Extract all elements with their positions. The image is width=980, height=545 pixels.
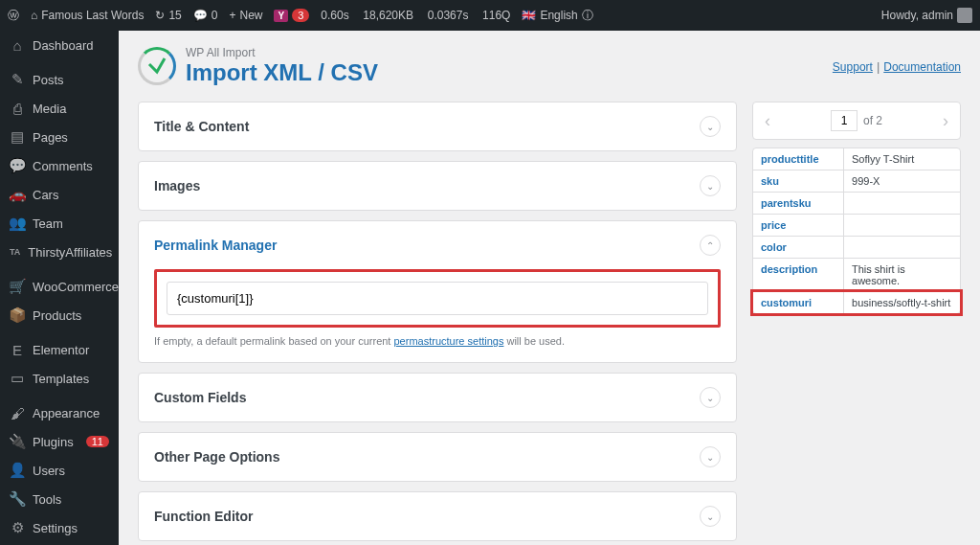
- menu-icon: ▤: [10, 129, 25, 145]
- count-badge: 11: [86, 436, 109, 447]
- panel-images[interactable]: Images⌄: [138, 161, 737, 211]
- panel-permalink-header[interactable]: Permalink Manager⌃: [139, 221, 736, 269]
- menu-icon: ⌂: [10, 37, 25, 53]
- permalink-input[interactable]: [167, 282, 708, 315]
- sidebar-item-products[interactable]: 📦Products: [0, 301, 119, 329]
- sidebar-item-thirstyaffiliates[interactable]: TAThirstyAffiliates: [0, 238, 119, 266]
- record-key: parentsku: [753, 193, 844, 214]
- sidebar-item-settings[interactable]: ⚙Settings: [0, 513, 119, 542]
- sidebar-item-pages[interactable]: ▤Pages: [0, 123, 119, 151]
- menu-icon: ⎙: [10, 101, 25, 116]
- chevron-down-icon: ⌄: [700, 175, 721, 196]
- pager-total: of 2: [863, 114, 882, 127]
- admin-sidebar: ⌂Dashboard✎Posts⎙Media▤Pages💬Comments🚗Ca…: [0, 31, 119, 545]
- menu-icon: 👤: [10, 463, 25, 478]
- record-preview-table: producttitleSoflyy T-Shirtsku999-Xparent…: [752, 148, 961, 314]
- permastructure-link[interactable]: permastructure settings: [393, 335, 503, 347]
- record-row-color[interactable]: color: [753, 237, 960, 259]
- menu-icon: ⚙: [10, 520, 25, 535]
- sidebar-item-elementor[interactable]: EElementor: [0, 335, 119, 364]
- sidebar-item-plugins[interactable]: 🔌Plugins11: [0, 427, 119, 456]
- chevron-down-icon: ⌄: [700, 506, 721, 527]
- pager-prev[interactable]: ‹: [761, 111, 774, 131]
- new-link[interactable]: + New: [229, 9, 262, 22]
- record-value: Soflyy T-Shirt: [844, 148, 960, 170]
- record-value: business/softly-t-shirt: [844, 292, 960, 313]
- record-value: [844, 215, 960, 236]
- record-value: [844, 193, 960, 214]
- sidebar-item-appearance[interactable]: 🖌Appearance: [0, 398, 119, 427]
- sidebar-item-cars[interactable]: 🚗Cars: [0, 180, 119, 209]
- sidebar-item-media[interactable]: ⎙Media: [0, 94, 119, 123]
- record-row-producttitle[interactable]: producttitleSoflyy T-Shirt: [753, 148, 960, 170]
- admin-bar: ⓦ ⌂ Famous Last Words ↻ 15 💬 0 + New Y 3…: [0, 0, 980, 31]
- record-row-sku[interactable]: sku999-X: [753, 170, 960, 193]
- comments-link[interactable]: 💬 0: [193, 9, 218, 22]
- record-value: 999-X: [844, 170, 960, 192]
- menu-icon: 🖌: [10, 405, 25, 420]
- sidebar-item-tools[interactable]: 🔧Tools: [0, 485, 119, 513]
- record-key: price: [753, 215, 844, 236]
- site-link[interactable]: ⌂ Famous Last Words: [31, 9, 144, 22]
- record-key: customuri: [753, 292, 844, 313]
- chevron-up-icon: ⌃: [700, 235, 721, 256]
- menu-icon: TA: [10, 244, 20, 260]
- support-link[interactable]: Support: [833, 60, 873, 74]
- menu-icon: 🚗: [10, 187, 25, 202]
- menu-icon: 🛒: [10, 279, 25, 294]
- record-row-parentsku[interactable]: parentsku: [753, 193, 960, 215]
- perf-stats: 0.60s 18,620KB 0.0367s 116Q: [321, 9, 510, 22]
- sidebar-item-templates[interactable]: ▭Templates: [0, 364, 119, 393]
- record-key: producttitle: [753, 148, 844, 170]
- brand-label: WP All Import: [186, 46, 378, 59]
- avatar-icon: [957, 8, 972, 23]
- panel-permalink-manager: Permalink Manager⌃ If empty, a default p…: [138, 220, 737, 363]
- record-value: [844, 237, 960, 258]
- help-links: Support|Documentation: [833, 59, 961, 74]
- menu-icon: 🔧: [10, 491, 25, 507]
- sidebar-item-woocommerce[interactable]: 🛒WooCommerce: [0, 272, 119, 301]
- menu-icon: 🔌: [10, 434, 25, 449]
- sidebar-item-team[interactable]: 👥Team: [0, 209, 119, 238]
- wp-logo[interactable]: ⓦ: [8, 8, 19, 24]
- record-key: description: [753, 259, 844, 291]
- sidebar-item-posts[interactable]: ✎Posts: [0, 65, 119, 94]
- menu-icon: ▭: [10, 371, 25, 386]
- record-value: This shirt is awesome.: [844, 259, 960, 291]
- pager-current-input[interactable]: [831, 110, 858, 131]
- yoast-link[interactable]: Y 3: [274, 9, 309, 22]
- menu-icon: 💬: [10, 158, 25, 173]
- panel-title-content[interactable]: Title & Content⌄: [138, 102, 737, 151]
- refresh-link[interactable]: ↻ 15: [155, 9, 181, 22]
- lang-switch[interactable]: 🇬🇧 English ⓘ: [522, 8, 592, 24]
- menu-icon: 📦: [10, 307, 25, 323]
- sidebar-item-comments[interactable]: 💬Comments: [0, 151, 119, 180]
- record-pager: ‹ of 2 ›: [752, 102, 961, 140]
- panel-custom-fields[interactable]: Custom Fields⌄: [138, 373, 737, 422]
- howdy-user[interactable]: Howdy, admin: [881, 8, 972, 23]
- chevron-down-icon: ⌄: [700, 387, 721, 408]
- permalink-help-text: If empty, a default permalink based on y…: [154, 335, 721, 347]
- panel-function-editor[interactable]: Function Editor⌄: [138, 491, 737, 541]
- chevron-down-icon: ⌄: [700, 446, 721, 467]
- panel-other-options[interactable]: Other Page Options⌄: [138, 432, 737, 482]
- record-key: sku: [753, 170, 844, 192]
- main-content: WP All Import Import XML / CSV Support|D…: [119, 31, 980, 545]
- sidebar-item-dashboard[interactable]: ⌂Dashboard: [0, 31, 119, 59]
- pager-next[interactable]: ›: [939, 111, 952, 131]
- plugin-logo-icon: [138, 47, 176, 85]
- menu-icon: 👥: [10, 216, 25, 231]
- sidebar-item-users[interactable]: 👤Users: [0, 456, 119, 485]
- page-title: Import XML / CSV: [186, 59, 378, 86]
- menu-icon: ✎: [10, 72, 25, 87]
- chevron-down-icon: ⌄: [700, 116, 721, 137]
- record-row-description[interactable]: descriptionThis shirt is awesome.: [753, 259, 960, 292]
- docs-link[interactable]: Documentation: [883, 60, 961, 74]
- menu-icon: E: [10, 342, 25, 357]
- highlighted-input-area: [154, 269, 721, 328]
- record-row-price[interactable]: price: [753, 215, 960, 237]
- record-key: color: [753, 237, 844, 258]
- record-row-customuri[interactable]: customuribusiness/softly-t-shirt: [753, 292, 960, 313]
